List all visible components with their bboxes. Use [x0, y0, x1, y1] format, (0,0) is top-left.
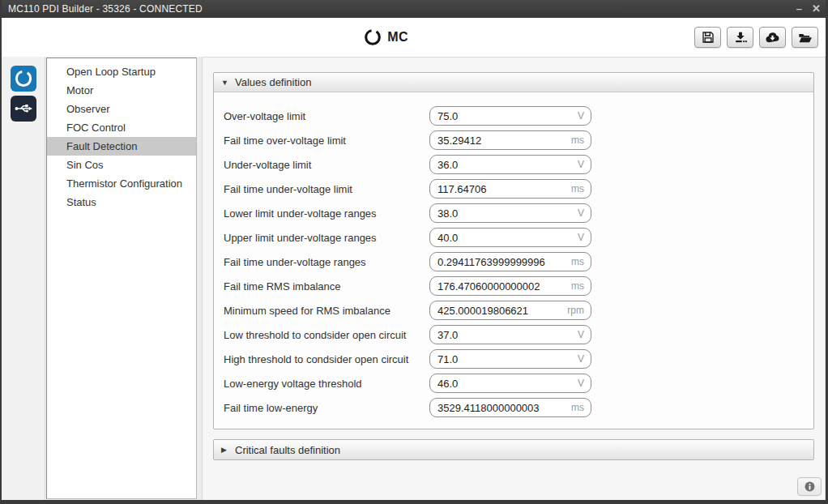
mc-logo-text: MC [387, 30, 408, 45]
window-body: Open Loop Startup Motor Observer FOC Con… [2, 57, 826, 500]
minimize-button[interactable]: – [796, 0, 802, 18]
unit-label: ms [568, 135, 584, 146]
fail-time-over-voltage-limit-input[interactable]: ms [429, 130, 591, 150]
value-row: Low-energy voltage threshold V [224, 371, 804, 395]
value-field[interactable] [432, 159, 574, 171]
info-circle-icon [804, 481, 816, 493]
values-definition-title: Values definition [235, 76, 311, 88]
close-button[interactable]: ✕ [812, 0, 821, 18]
toolbar-buttons [694, 27, 818, 48]
field-label: Fail time RMS imbalance [224, 280, 429, 293]
value-field[interactable] [432, 329, 574, 341]
nav-item-sin-cos[interactable]: Sin Cos [47, 156, 196, 174]
download-arrow-icon [732, 29, 749, 45]
mc-logo-circle-icon [364, 28, 382, 46]
value-field[interactable] [432, 135, 568, 147]
lower-limit-under-voltage-ranges-input[interactable]: V [429, 203, 591, 223]
toolbar: MC [2, 18, 826, 57]
value-field[interactable] [432, 353, 574, 365]
unit-label: ms [568, 183, 584, 194]
value-row: Fail time low-energy ms [224, 395, 804, 420]
fail-time-low-energy-input[interactable]: ms [429, 398, 591, 417]
main-panel: ▼ Values definition Over-voltage limit V… [202, 57, 826, 500]
floppy-disk-icon [700, 29, 716, 45]
under-voltage-limit-input[interactable]: V [429, 155, 591, 174]
field-label: Lower limit under-voltage ranges [224, 207, 429, 220]
info-button[interactable] [797, 477, 822, 496]
over-voltage-limit-input[interactable]: V [429, 106, 591, 126]
values-definition-content: Over-voltage limit V Fail time over-volt… [214, 92, 813, 429]
value-field[interactable] [432, 305, 564, 317]
open-folder-icon [796, 29, 813, 46]
nav-item-status[interactable]: Status [47, 193, 196, 211]
field-label: Fail time under-voltage limit [224, 183, 429, 195]
rail-mc-button[interactable] [11, 66, 36, 92]
nav-item-motor[interactable]: Motor [47, 81, 196, 100]
critical-faults-header[interactable]: ▶ Critical faults definition [214, 440, 813, 459]
value-row: Low threshold to condsider open circuit … [224, 322, 804, 347]
field-label: Under-voltage limit [224, 159, 429, 171]
value-row: Fail time over-voltage limit ms [224, 128, 804, 152]
value-row: Lower limit under-voltage ranges V [224, 201, 804, 225]
collapse-arrow-icon: ▼ [221, 79, 229, 87]
download-button[interactable] [727, 27, 753, 48]
unit-label: V [574, 378, 584, 389]
usb-trident-icon [14, 99, 33, 118]
save-button[interactable] [694, 27, 721, 48]
low-energy-voltage-threshold-input[interactable]: V [429, 374, 591, 393]
critical-faults-section: ▶ Critical faults definition [213, 439, 814, 460]
value-row: Fail time under-voltage ranges ms [224, 250, 804, 274]
value-row: Under-voltage limit V [224, 152, 804, 177]
nav-panel: Open Loop Startup Motor Observer FOC Con… [46, 58, 197, 499]
critical-faults-title: Critical faults definition [235, 444, 340, 456]
unit-label: ms [568, 402, 584, 413]
unit-label: V [574, 207, 584, 219]
fail-time-under-voltage-ranges-input[interactable]: ms [429, 252, 591, 271]
rail-usb-button[interactable] [11, 96, 36, 122]
value-field[interactable] [432, 256, 568, 268]
value-row: Minimum speed for RMS imbalance rpm [224, 298, 804, 322]
unit-label: V [574, 353, 584, 365]
unit-label: ms [568, 256, 584, 267]
field-label: Fail time over-voltage limit [224, 135, 429, 147]
value-field[interactable] [432, 402, 568, 414]
value-field[interactable] [432, 207, 574, 220]
cloud-download-button[interactable] [759, 27, 786, 48]
open-file-button[interactable] [792, 27, 818, 48]
unit-label: V [574, 110, 584, 122]
field-label: Fail time under-voltage ranges [224, 256, 429, 268]
value-row: Fail time RMS imbalance ms [224, 274, 804, 298]
unit-label: ms [568, 280, 584, 292]
value-field[interactable] [432, 232, 574, 244]
value-field[interactable] [432, 378, 574, 390]
nav-item-fault-detection[interactable]: Fault Detection [47, 137, 196, 156]
value-row: Fail time under-voltage limit ms [224, 177, 804, 201]
field-label: Fail time low-energy [224, 402, 429, 414]
unit-label: V [574, 329, 584, 340]
fail-time-rms-imbalance-input[interactable]: ms [429, 276, 591, 296]
value-row: Over-voltage limit V [224, 104, 804, 128]
field-label: Low-energy voltage threshold [224, 378, 429, 390]
field-label: Low threshold to condsider open circuit [224, 329, 429, 341]
upper-limit-under-voltage-ranges-input[interactable]: V [429, 228, 591, 247]
nav-item-open-loop-startup[interactable]: Open Loop Startup [47, 62, 196, 81]
value-row: High threshold to condsider open circuit… [224, 347, 804, 371]
unit-label: V [574, 159, 584, 170]
nav-item-observer[interactable]: Observer [47, 100, 196, 118]
low-threshold-open-circuit-input[interactable]: V [429, 325, 591, 344]
high-threshold-open-circuit-input[interactable]: V [429, 349, 591, 369]
field-label: Upper limit under-voltage ranges [224, 232, 429, 244]
values-definition-section: ▼ Values definition Over-voltage limit V… [213, 72, 814, 429]
fail-time-under-voltage-limit-input[interactable]: ms [429, 179, 591, 199]
expand-arrow-icon: ▶ [221, 446, 229, 454]
nav-item-foc-control[interactable]: FOC Control [47, 118, 196, 137]
value-field[interactable] [432, 183, 568, 195]
value-field[interactable] [432, 110, 574, 122]
nav-item-thermistor-configuration[interactable]: Thermistor Configuration [47, 174, 196, 193]
values-definition-header[interactable]: ▼ Values definition [214, 73, 813, 92]
value-field[interactable] [432, 280, 568, 293]
minimum-speed-rms-imbalance-input[interactable]: rpm [429, 301, 591, 320]
unit-label: rpm [564, 305, 584, 316]
window-title: MC110 PDI Builder - 35326 - CONNECTED [0, 3, 203, 15]
field-label: Over-voltage limit [224, 110, 429, 122]
